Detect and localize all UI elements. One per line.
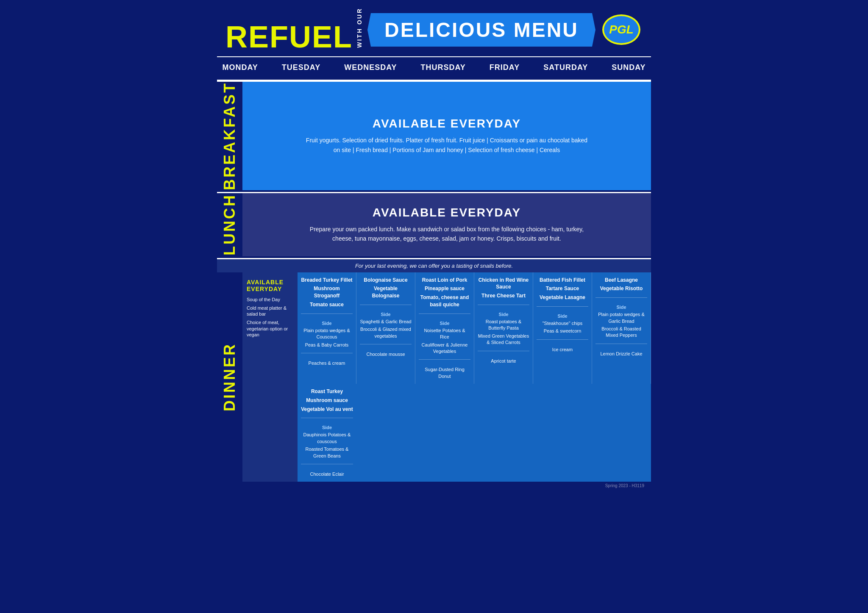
dinner-tuesday-side2: Broccoli & Glazed mixed vegetables [360, 326, 412, 339]
dinner-monday-dish2: Mushroom Stroganoff [301, 285, 353, 300]
dinner-outer: For your last evening, we can offer you … [217, 259, 651, 482]
dinner-monday-dish3: Tomato sauce [310, 301, 344, 308]
dinner-thursday-side1: Roast potatoes & Butterfly Pasta [478, 319, 529, 332]
lunch-label-text: LUNCH [221, 194, 239, 255]
dinner-monday-dessert: Peaches & cream [309, 360, 345, 366]
pgl-logo: PGL [600, 13, 643, 47]
dinner-thursday-dessert: Apricot tarte [491, 358, 516, 364]
dinner-col-sunday: Roast Turkey Mushroom sauce Vegetable Vo… [298, 384, 356, 482]
with-our-text: WITH OUR [356, 8, 363, 48]
breakfast-row: BREAKFAST AVAILABLE EVERYDAY Fruit yogur… [217, 82, 651, 190]
day-saturday: SATURDAY [531, 61, 600, 75]
lunch-row: LUNCH AVAILABLE EVERYDAY Prepare your ow… [217, 193, 651, 256]
dinner-notice: For your last evening, we can offer you … [217, 259, 651, 272]
dinner-available-title: AVAILABLEEVERYDAY [247, 279, 293, 292]
day-tuesday: TUESDAY [270, 61, 332, 75]
dinner-label-text: DINNER [221, 343, 239, 411]
dinner-wednesday-side1: Noisette Potatoes & Rice [419, 327, 470, 341]
lunch-available-title: AVAILABLE EVERYDAY [373, 206, 521, 219]
dinner-monday-side1: Plain potato wedges & Couscous [301, 327, 353, 341]
dinner-col-wednesday: Roast Loin of Pork Pineapple sauce Tomat… [415, 272, 474, 384]
day-monday: MONDAY [217, 61, 270, 75]
dinner-tuesday-side1: Spaghetti & Garlic Bread [360, 319, 411, 325]
dinner-thursday-dish2: Three Cheese Tart [481, 292, 526, 300]
breakfast-description: Fruit yogurts. Selection of dried fruits… [303, 136, 591, 155]
dinner-friday-dish3: Vegetable Lasagne [540, 294, 585, 301]
dinner-friday-side2: Peas & sweetcorn [544, 328, 581, 334]
dinner-monday-dish1: Breaded Turkey Fillet [301, 277, 352, 284]
breakfast-content: AVAILABLE EVERYDAY Fruit yogurts. Select… [242, 82, 651, 190]
pgl-text: PGL [609, 23, 634, 36]
dinner-thursday-side-label: Side [498, 312, 508, 317]
dinner-thursday-side2: Mixed Green Vegetables & Sliced Carrots [478, 333, 529, 346]
dinner-saturday-dish2: Vegetable Risotto [600, 285, 643, 292]
dinner-main: DINNER AVAILABLEEVERYDAY Soup of the Day… [217, 272, 651, 482]
dinner-label: DINNER [217, 272, 242, 482]
dinner-monday-side-label: Side [322, 321, 331, 326]
day-thursday: THURSDAY [409, 61, 478, 75]
dinner-sunday-side1: Dauphinois Potatoes & couscous [301, 432, 353, 445]
dinner-tuesday-dish2: Vegetable Bolognaise [360, 285, 412, 300]
dinner-wednesday-side2: Cauliflower & Julienne Vegetables [419, 342, 470, 355]
dinner-sunday-dish3: Vegetable Vol au vent [301, 406, 353, 413]
dinner-friday-side-label: Side [557, 313, 567, 319]
dinner-columns: Breaded Turkey Fillet Mushroom Stroganof… [298, 272, 651, 482]
dinner-friday-dish1: Battered Fish Fillet [540, 277, 585, 284]
dinner-sunday-dish1: Roast Turkey [311, 388, 343, 395]
dinner-sunday-dessert: Chocolate Eclair [310, 471, 344, 477]
dinner-col-tuesday: Bolognaise Sauce Vegetable Bolognaise Si… [356, 272, 415, 384]
dinner-sunday-dish2: Mushroom sauce [306, 397, 348, 404]
days-nav: MONDAY TUESDAY WEDNESDAY THURSDAY FRIDAY… [217, 56, 651, 80]
dinner-sunday-side2: Roasted Tomatoes & Green Beans [301, 446, 353, 459]
dinner-saturday-side1: Plain potato wedges & Garlic Bread [595, 311, 647, 325]
day-friday: FRIDAY [478, 61, 531, 75]
dinner-saturday-side2: Broccoli & Roasted Mixed Peppers [595, 326, 647, 339]
dinner-available-item-2: Cold meat platter & salad bar [247, 305, 293, 317]
dinner-col-saturday: Beef Lasagne Vegetable Risotto Side Plai… [592, 272, 651, 384]
dinner-available-item-1: Soup of the Day [247, 297, 293, 302]
lunch-description: Prepare your own packed lunch. Make a sa… [303, 225, 591, 244]
day-wednesday: WEDNESDAY [332, 61, 409, 75]
dinner-col-friday: Battered Fish Fillet Tartare Sauce Veget… [533, 272, 592, 384]
dinner-thursday-dish1: Chicken in Red Wine Sauce [478, 277, 529, 291]
dinner-tuesday-side-label: Side [381, 312, 390, 317]
breakfast-available-title: AVAILABLE EVERYDAY [373, 117, 521, 130]
dinner-saturday-side-label: Side [616, 305, 626, 310]
dinner-saturday-dessert: Lemon Drizzle Cake [600, 351, 642, 357]
dinner-friday-dessert: Ice cream [552, 347, 573, 353]
dinner-col-monday: Breaded Turkey Fillet Mushroom Stroganof… [298, 272, 356, 384]
dinner-saturday-dish1: Beef Lasagne [605, 277, 638, 284]
refuel-text: REFUEL [225, 22, 353, 52]
dinner-friday-side1: "Steakhouse" chips [542, 320, 583, 327]
dinner-content: AVAILABLEEVERYDAY Soup of the Day Cold m… [242, 272, 651, 482]
day-sunday: SUNDAY [600, 61, 651, 75]
breakfast-label-text: BREAKFAST [221, 82, 239, 190]
dinner-wednesday-dessert: Sugar-Dusted Ring Donut [419, 366, 470, 380]
lunch-label: LUNCH [217, 193, 242, 256]
lunch-content: AVAILABLE EVERYDAY Prepare your own pack… [242, 193, 651, 256]
dinner-available-item-3: Choice of meat, vegetarian option or veg… [247, 319, 293, 338]
dinner-tuesday-dish1: Bolognaise Sauce [364, 277, 407, 284]
delicious-banner: DELICIOUS MENU [367, 13, 595, 47]
dinner-wednesday-dish2: Pineapple sauce [425, 285, 465, 292]
dinner-tuesday-dessert: Chocolate mousse [366, 351, 405, 358]
header: REFUEL WITH OUR DELICIOUS MENU PGL [217, 0, 651, 56]
dinner-sunday-side-label: Side [322, 425, 332, 430]
refuel-logo: REFUEL WITH OUR [225, 8, 363, 52]
footer-note: Spring 2023 - H3119 [217, 482, 651, 490]
dinner-available-everyday: AVAILABLEEVERYDAY Soup of the Day Cold m… [242, 272, 298, 482]
dinner-wednesday-dish3: Tomato, cheese and basil quiche [419, 294, 470, 308]
dinner-friday-dish2: Tartare Sauce [546, 285, 579, 292]
dinner-monday-side2: Peas & Baby Carrots [305, 342, 349, 348]
dinner-col-thursday: Chicken in Red Wine Sauce Three Cheese T… [474, 272, 533, 384]
pgl-circle: PGL [602, 14, 640, 45]
breakfast-label: BREAKFAST [217, 82, 242, 190]
dinner-wednesday-dish1: Roast Loin of Pork [422, 277, 467, 284]
dinner-wednesday-side-label: Side [440, 321, 449, 326]
delicious-menu-text: DELICIOUS MENU [384, 18, 579, 42]
